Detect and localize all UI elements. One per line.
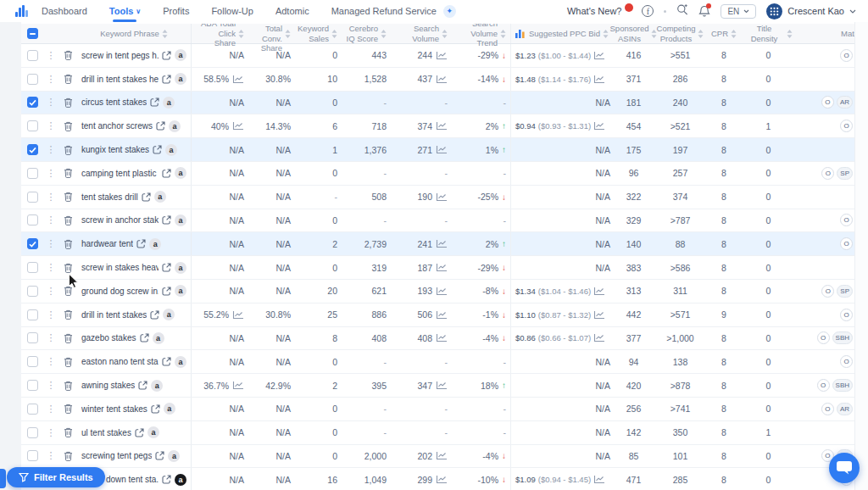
col-header-match-type[interactable]: Match Type <box>797 24 854 43</box>
amazon-badge-icon[interactable]: a <box>175 167 186 179</box>
nav-item-profits[interactable]: Profits <box>163 0 189 22</box>
row-menu-kebab[interactable]: ⋮ <box>43 162 58 185</box>
row-checkbox[interactable] <box>27 332 38 343</box>
row-checkbox[interactable] <box>27 356 38 367</box>
col-header-keyword-phrase[interactable]: Keyword Phrase <box>77 24 192 43</box>
amazon-badge-icon[interactable]: a <box>175 214 186 226</box>
row-menu-kebab[interactable]: ⋮ <box>43 92 58 114</box>
amazon-badge-icon[interactable]: a <box>154 191 166 203</box>
delete-keyword-button[interactable] <box>58 114 77 137</box>
amazon-badge-icon[interactable]: a <box>175 474 186 486</box>
line-chart-icon[interactable] <box>593 333 605 342</box>
line-chart-icon[interactable] <box>593 310 605 320</box>
row-menu-kebab[interactable]: ⋮ <box>43 374 58 397</box>
line-chart-icon[interactable] <box>232 75 244 84</box>
row-menu-kebab[interactable]: ⋮ <box>43 68 58 91</box>
line-chart-icon[interactable] <box>436 145 448 154</box>
row-checkbox[interactable] <box>27 404 38 415</box>
row-checkbox[interactable] <box>27 450 38 461</box>
amazon-badge-icon[interactable]: a <box>153 332 164 344</box>
amazon-badge-icon[interactable]: a <box>164 403 175 415</box>
line-chart-icon[interactable] <box>436 287 448 296</box>
col-header-aba-total-click-share[interactable]: ABA Total Click Share <box>192 24 248 43</box>
line-chart-icon[interactable] <box>593 51 605 60</box>
delete-keyword-button[interactable] <box>58 209 77 232</box>
col-header-cerebro-iq-score[interactable]: Cerebro IQ Score <box>342 24 391 43</box>
notifications-bell-icon[interactable] <box>698 5 710 17</box>
delete-keyword-button[interactable] <box>58 327 77 350</box>
line-chart-icon[interactable] <box>436 192 448 202</box>
row-menu-kebab[interactable]: ⋮ <box>43 256 58 279</box>
amazon-badge-icon[interactable]: a <box>169 120 181 132</box>
external-link-icon[interactable] <box>162 357 171 366</box>
select-all-checkbox[interactable] <box>21 24 43 43</box>
line-chart-icon[interactable] <box>593 287 605 296</box>
external-link-icon[interactable] <box>150 310 159 320</box>
new-feature-badge-icon[interactable]: ✦ <box>443 5 456 18</box>
line-chart-icon[interactable] <box>436 475 448 484</box>
keyword-search-icon[interactable] <box>676 3 688 19</box>
delete-keyword-button[interactable] <box>58 186 77 209</box>
amazon-badge-icon[interactable]: a <box>149 238 161 250</box>
row-menu-kebab[interactable]: ⋮ <box>43 445 58 468</box>
line-chart-icon[interactable] <box>436 263 448 272</box>
row-menu-kebab[interactable]: ⋮ <box>43 280 58 303</box>
row-menu-kebab[interactable]: ⋮ <box>43 114 58 137</box>
line-chart-icon[interactable] <box>436 75 448 84</box>
line-chart-icon[interactable] <box>436 121 448 131</box>
row-checkbox[interactable] <box>27 214 38 226</box>
user-menu[interactable]: Crescent Kao <box>766 3 856 19</box>
row-menu-kebab[interactable]: ⋮ <box>43 303 58 326</box>
amazon-badge-icon[interactable]: a <box>147 426 159 438</box>
row-menu-kebab[interactable]: ⋮ <box>43 421 58 444</box>
row-checkbox[interactable] <box>27 262 38 273</box>
row-checkbox[interactable] <box>27 74 38 85</box>
row-checkbox[interactable] <box>27 50 38 61</box>
external-link-icon[interactable] <box>155 451 164 460</box>
amazon-badge-icon[interactable]: a <box>175 73 186 85</box>
line-chart-icon[interactable] <box>232 381 244 390</box>
col-header-search-volume[interactable]: Search Volume <box>391 24 452 43</box>
row-checkbox[interactable] <box>27 380 38 391</box>
amazon-badge-icon[interactable]: a <box>168 450 180 462</box>
line-chart-icon[interactable] <box>436 381 448 390</box>
delete-keyword-button[interactable] <box>58 162 77 185</box>
row-checkbox[interactable] <box>27 309 38 320</box>
nav-item-dashboard[interactable]: Dashboard <box>42 0 87 22</box>
row-menu-kebab[interactable]: ⋮ <box>43 398 58 420</box>
external-link-icon[interactable] <box>153 145 162 154</box>
delete-keyword-button[interactable] <box>58 232 77 255</box>
external-link-icon[interactable] <box>156 121 165 131</box>
line-chart-icon[interactable] <box>436 51 448 60</box>
nav-item-adtomic[interactable]: Adtomic <box>275 0 309 22</box>
col-header-aba-total-conv-share[interactable]: ABA Total Conv. Share <box>248 24 295 43</box>
row-checkbox[interactable] <box>27 192 38 203</box>
line-chart-icon[interactable] <box>232 121 244 131</box>
facebook-icon[interactable]: f <box>642 5 654 17</box>
line-chart-icon[interactable] <box>593 475 605 484</box>
delete-keyword-button[interactable] <box>58 398 77 420</box>
row-menu-kebab[interactable]: ⋮ <box>43 232 58 255</box>
col-header-search-volume-trend[interactable]: Search Volume Trend <box>452 24 511 43</box>
delete-keyword-button[interactable] <box>58 421 77 444</box>
amazon-badge-icon[interactable]: a <box>175 356 186 368</box>
external-link-icon[interactable] <box>162 475 171 484</box>
external-link-icon[interactable] <box>162 263 171 272</box>
language-select[interactable]: EN <box>721 4 756 19</box>
amazon-badge-icon[interactable]: a <box>175 262 186 274</box>
line-chart-icon[interactable] <box>436 451 448 460</box>
amazon-badge-icon[interactable]: a <box>151 380 163 392</box>
delete-keyword-button[interactable] <box>58 445 77 468</box>
col-header-sponsored-asins[interactable]: Sponsored ASINs <box>615 24 653 43</box>
line-chart-icon[interactable] <box>232 310 244 320</box>
line-chart-icon[interactable] <box>436 310 448 320</box>
row-menu-kebab[interactable]: ⋮ <box>43 138 58 161</box>
external-link-icon[interactable] <box>162 51 171 60</box>
whats-new-link[interactable]: What's New? <box>567 6 632 16</box>
line-chart-icon[interactable] <box>593 75 605 84</box>
row-checkbox[interactable] <box>27 144 38 155</box>
amazon-badge-icon[interactable]: a <box>165 144 177 156</box>
floating-tab-partial[interactable] <box>0 469 6 488</box>
delete-keyword-button[interactable] <box>58 44 77 67</box>
external-link-icon[interactable] <box>150 97 159 107</box>
